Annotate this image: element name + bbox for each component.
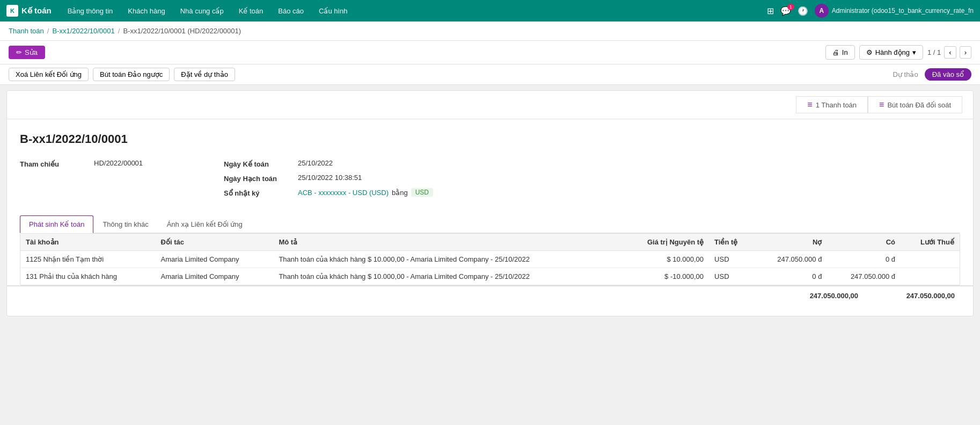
tab-thong-tin-khac[interactable]: Thông tin khác [93, 215, 157, 233]
ngay-ke-toan-row: Ngày Kế toán 25/10/2022 [224, 159, 960, 168]
form-section: B-xx1/2022/10/0001 Tham chiếu HD/2022/00… [7, 119, 973, 203]
col-mo-ta: Mô tả [273, 234, 620, 251]
summary-row: 247.050.000,00 247.050.000,00 [7, 285, 973, 305]
user-avatar: A [815, 4, 829, 18]
top-navigation: K Kế toán Bảng thông tin Khách hàng Nhà … [0, 0, 980, 21]
row2-luoi-thue [901, 268, 960, 285]
brand-icon: K [6, 5, 18, 17]
menu-config[interactable]: Cấu hình [311, 0, 355, 21]
row1-tien-te: USD [709, 251, 754, 268]
tham-chieu-value: HD/2022/00001 [94, 159, 143, 167]
menu-suppliers[interactable]: Nhà cung cấp [173, 0, 231, 21]
pencil-icon: ✏ [16, 48, 22, 56]
col-tai-khoan: Tài khoản [20, 234, 156, 251]
brand-label: Kế toán [21, 6, 52, 16]
edit-button[interactable]: ✏ Sửa [9, 46, 45, 59]
form-col-right: Ngày Kế toán 25/10/2022 Ngày Hạch toán 2… [224, 159, 960, 203]
summary-co: 247.050.000,00 [864, 292, 960, 300]
toolbar: ✏ Sửa 🖨 In ⚙ Hành động ▾ 1 / 1 ‹ › [0, 41, 980, 64]
row1-gia-tri: $ 10.000,00 [620, 251, 709, 268]
row2-tai-khoan: 131 Phải thu của khách hàng [20, 268, 156, 285]
pagination: 1 / 1 ‹ › [927, 46, 971, 59]
row2-tien-te: USD [709, 268, 754, 285]
remove-link-button[interactable]: Xoá Liên kết Đối ứng [9, 68, 89, 81]
col-co: Có [827, 234, 901, 251]
main-content: ≡ 1 Thanh toán ≡ Bút toán Đã đối soát B-… [6, 90, 974, 316]
row1-doi-tac: Amaria Limited Company [156, 251, 274, 268]
row1-mo-ta: Thanh toán của khách hàng $ 10.000,00 - … [273, 251, 620, 268]
tabs: Phát sinh Kế toán Thông tin khác Ánh xạ … [20, 215, 960, 233]
ngay-hach-toan-row: Ngày Hạch toán 25/10/2022 10:38:51 [224, 174, 960, 183]
tab-phat-sinh[interactable]: Phát sinh Kế toán [20, 215, 93, 233]
menu-dashboard[interactable]: Bảng thông tin [60, 0, 121, 21]
form-fields: Tham chiếu HD/2022/00001 Ngày Kế toán 25… [20, 159, 960, 203]
breadcrumb-current: B-xx1/2022/10/0001 (HD/2022/00001) [123, 27, 241, 35]
smart-btn-payments[interactable]: ≡ 1 Thanh toán [796, 96, 868, 113]
menu-icon-1: ≡ [807, 100, 812, 110]
user-menu[interactable]: A Administrator (odoo15_to_bank_currency… [815, 4, 974, 18]
smart-buttons: ≡ 1 Thanh toán ≡ Bút toán Đã đối soát [7, 91, 973, 119]
prev-page-button[interactable]: ‹ [944, 46, 956, 59]
ngay-hach-toan-value: 25/10/2022 10:38:51 [298, 174, 362, 182]
row2-mo-ta: Thanh toán của khách hàng $ 10.000,00 - … [273, 268, 620, 285]
menu-icon-2: ≡ [879, 100, 884, 110]
col-gia-tri: Giá trị Nguyên tệ [620, 234, 709, 251]
col-no: Nợ [754, 234, 828, 251]
notification-badge: 1 [787, 4, 794, 10]
summary-no: 247.050.000,00 [767, 292, 864, 300]
main-menu: Bảng thông tin Khách hàng Nhà cung cấp K… [60, 0, 767, 21]
reverse-entry-button[interactable]: Bút toán Đảo ngược [93, 68, 170, 81]
menu-reports[interactable]: Báo cáo [270, 0, 311, 21]
tham-chieu-label: Tham chiếu [20, 159, 90, 168]
row1-tai-khoan: 1125 Nhận tiền Tạm thời [20, 251, 156, 268]
breadcrumb-thanh-toan[interactable]: Thanh toán [9, 27, 44, 35]
next-page-button[interactable]: › [960, 46, 971, 59]
row2-no: 0 đ [754, 268, 828, 285]
status-draft[interactable]: Dự thảo [893, 70, 918, 78]
so-nhat-ky-row: Sổ nhật ký ACB - xxxxxxxx - USD (USD) bằ… [224, 188, 960, 197]
set-draft-button[interactable]: Đặt về dự thảo [174, 68, 235, 81]
caret-icon: ▾ [912, 48, 916, 56]
action-bar: Xoá Liên kết Đối ứng Bút toán Đảo ngược … [0, 64, 980, 85]
clock-icon[interactable]: 🕐 [798, 6, 808, 16]
breadcrumb-bxx1[interactable]: B-xx1/2022/10/0001 [52, 27, 114, 35]
breadcrumb-sep-1: / [47, 27, 49, 35]
journal-link[interactable]: ACB - xxxxxxxx - USD (USD) [298, 189, 389, 197]
tham-chieu-row: Tham chiếu HD/2022/00001 [20, 159, 202, 168]
chat-icon[interactable]: 💬 1 [780, 6, 791, 16]
col-doi-tac: Đối tác [156, 234, 274, 251]
currency-badge: USD [411, 188, 433, 197]
ngay-hach-toan-label: Ngày Hạch toán [224, 174, 294, 183]
user-name: Administrator (odoo15_to_bank_currency_r… [832, 7, 974, 15]
apps-icon[interactable]: ⊞ [767, 6, 774, 16]
table-row: 131 Phải thu của khách hàng Amaria Limit… [20, 268, 960, 285]
brand-logo[interactable]: K Kế toán [6, 5, 52, 17]
bang-label: bằng [392, 189, 408, 197]
print-button[interactable]: 🖨 In [825, 45, 855, 60]
status-area: Dự thảo Đã vào sổ [893, 68, 971, 81]
so-nhat-ky-label: Sổ nhật ký [224, 188, 294, 197]
smart-btn-matched[interactable]: ≡ Bút toán Đã đối soát [868, 96, 962, 113]
tab-anh-xa[interactable]: Ánh xạ Liên kết Đối ứng [158, 215, 252, 233]
ngay-ke-toan-label: Ngày Kế toán [224, 159, 294, 168]
printer-icon: 🖨 [832, 48, 839, 56]
row2-gia-tri: $ -10.000,00 [620, 268, 709, 285]
action-button[interactable]: ⚙ Hành động ▾ [859, 45, 923, 60]
menu-accounting[interactable]: Kế toán [231, 0, 271, 21]
form-col-left: Tham chiếu HD/2022/00001 [20, 159, 202, 203]
col-luoi-thue: Lưới Thuế [901, 234, 960, 251]
row1-no: 247.050.000 đ [754, 251, 828, 268]
gear-icon: ⚙ [866, 48, 873, 56]
ngay-ke-toan-value: 25/10/2022 [298, 159, 333, 167]
smart-btn-payments-label: 1 Thanh toán [816, 101, 857, 109]
menu-customers[interactable]: Khách hàng [120, 0, 172, 21]
so-nhat-ky-value: ACB - xxxxxxxx - USD (USD) bằng USD [298, 188, 433, 197]
row2-co: 247.050.000 đ [827, 268, 901, 285]
accounting-table: Tài khoản Đối tác Mô tả Giá trị Nguyên t… [20, 233, 960, 285]
status-active: Đã vào sổ [925, 68, 971, 81]
smart-btn-matched-label: Bút toán Đã đối soát [887, 101, 951, 109]
table-row: 1125 Nhận tiền Tạm thời Amaria Limited C… [20, 251, 960, 268]
row1-co: 0 đ [827, 251, 901, 268]
breadcrumb-sep-2: / [118, 27, 120, 35]
topnav-right: ⊞ 💬 1 🕐 A Administrator (odoo15_to_bank_… [767, 4, 974, 18]
